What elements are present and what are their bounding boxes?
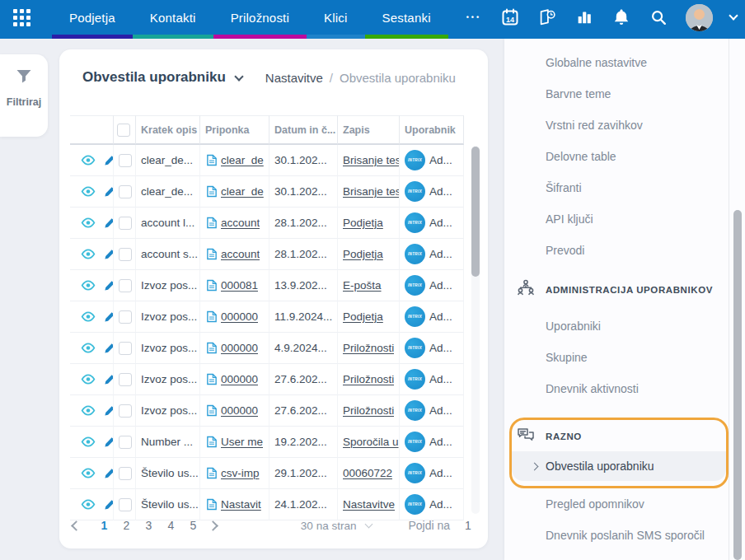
priponka-link[interactable]: 000000 <box>221 342 258 354</box>
row-checkbox[interactable] <box>119 467 132 480</box>
zapis-link[interactable]: Priložnosti <box>343 404 394 417</box>
page-number[interactable]: 4 <box>160 515 182 536</box>
page-number[interactable]: 3 <box>138 515 160 536</box>
table-scrollbar-thumb[interactable] <box>471 147 480 277</box>
search-icon[interactable] <box>649 7 668 27</box>
zapis-link[interactable]: Nastavitve <box>343 498 395 511</box>
zapis-link[interactable]: Brisanje tes <box>343 154 399 166</box>
topnav-item-podjetja[interactable]: Podjetja <box>52 0 133 39</box>
row-checkbox[interactable] <box>119 154 132 167</box>
zapis-link[interactable]: Podjetja <box>343 217 383 229</box>
row-checkbox[interactable] <box>119 404 132 418</box>
edit-pencil-icon[interactable] <box>104 468 114 479</box>
zapis-link[interactable]: 00060722 <box>343 467 392 479</box>
priponka-link[interactable]: csv-imp <box>221 467 260 479</box>
zapis-link[interactable]: Sporočila u <box>343 436 399 448</box>
analytics-chart-icon[interactable] <box>574 7 594 27</box>
row-checkbox[interactable] <box>119 279 132 292</box>
title-chevron-down-icon[interactable] <box>234 72 243 81</box>
edit-pencil-icon[interactable] <box>104 405 114 417</box>
view-eye-icon[interactable] <box>81 280 96 291</box>
sidebar-item-uporabniki[interactable]: Uporabniki <box>504 310 745 342</box>
edit-pencil-icon[interactable] <box>104 186 114 198</box>
zapis-link[interactable]: Priložnosti <box>343 373 394 385</box>
topnav-item-sestanki[interactable]: Sestanki <box>365 0 448 39</box>
edit-pencil-icon[interactable] <box>104 436 114 448</box>
panel-scrollbar-thumb[interactable] <box>733 210 742 560</box>
priponka-link[interactable]: Nastavit <box>221 498 261 511</box>
sidebar-item-delovne-table[interactable]: Delovne table <box>504 141 745 172</box>
edit-pencil-icon[interactable] <box>104 155 114 166</box>
view-eye-icon[interactable] <box>81 436 96 447</box>
activity-journal-icon[interactable] <box>537 7 557 27</box>
sidebar-item-barvne-teme[interactable]: Barvne teme <box>504 78 745 110</box>
row-checkbox[interactable] <box>119 248 132 261</box>
column-header-zapis[interactable]: Zapis <box>338 115 400 145</box>
view-eye-icon[interactable] <box>81 374 96 385</box>
zapis-link[interactable]: Brisanje tes <box>343 185 399 198</box>
edit-pencil-icon[interactable] <box>104 217 114 229</box>
row-checkbox[interactable] <box>119 498 132 511</box>
app-grid-icon[interactable] <box>13 9 30 26</box>
sidebar-item-šifranti[interactable]: Šifranti <box>504 172 745 203</box>
zapis-link[interactable]: Priložnosti <box>343 342 394 354</box>
priponka-link[interactable]: User me <box>221 436 263 448</box>
view-eye-icon[interactable] <box>81 343 96 353</box>
sidebar-item-dnevnik-poslanih-sms-sporočil[interactable]: Dnevnik poslanih SMS sporočil <box>504 520 745 551</box>
edit-pencil-icon[interactable] <box>104 374 114 385</box>
sidebar-item-obvestila-uporabniku[interactable]: Obvestila uporabniku <box>512 451 726 481</box>
edit-pencil-icon[interactable] <box>104 249 114 260</box>
edit-pencil-icon[interactable] <box>104 311 114 323</box>
page-number[interactable]: 5 <box>182 515 204 536</box>
row-checkbox[interactable] <box>119 185 132 198</box>
column-header-datum[interactable]: Datum in č... <box>269 115 338 145</box>
sidebar-item-dnevnik-aktivnosti[interactable]: Dnevnik aktivnosti <box>504 373 745 404</box>
view-eye-icon[interactable] <box>81 249 96 259</box>
sidebar-item-globalne-nastavitve[interactable]: Globalne nastavitve <box>504 47 745 78</box>
view-eye-icon[interactable] <box>81 217 96 228</box>
edit-pencil-icon[interactable] <box>104 343 114 354</box>
row-checkbox[interactable] <box>119 217 132 230</box>
profile-chevron-down-icon[interactable] <box>729 11 738 20</box>
view-eye-icon[interactable] <box>81 499 96 510</box>
priponka-link[interactable]: 000081 <box>221 279 258 292</box>
edit-pencil-icon[interactable] <box>104 499 114 511</box>
priponka-link[interactable]: account <box>221 248 260 260</box>
priponka-link[interactable]: 000000 <box>221 373 258 385</box>
notifications-bell-icon[interactable] <box>611 7 631 27</box>
row-checkbox[interactable] <box>119 373 132 386</box>
row-checkbox[interactable] <box>119 310 132 324</box>
topnav-item-priložnosti[interactable]: Priložnosti <box>213 0 307 39</box>
view-eye-icon[interactable] <box>81 468 96 478</box>
page-number[interactable]: 1 <box>93 515 115 536</box>
zapis-link[interactable]: Podjetja <box>343 310 383 323</box>
page-number[interactable]: 2 <box>115 515 138 536</box>
view-eye-icon[interactable] <box>81 186 96 197</box>
row-checkbox[interactable] <box>119 342 132 355</box>
edit-pencil-icon[interactable] <box>104 280 114 292</box>
user-avatar[interactable] <box>686 4 713 31</box>
zapis-link[interactable]: Podjetja <box>343 248 383 260</box>
column-header-priponka[interactable]: Priponka <box>200 115 269 145</box>
view-eye-icon[interactable] <box>81 405 96 416</box>
prev-page-icon[interactable] <box>71 520 82 531</box>
sidebar-item-prevodi[interactable]: Prevodi <box>504 235 745 266</box>
priponka-link[interactable]: account <box>221 217 260 229</box>
sidebar-item-api-ključi[interactable]: API ključi <box>504 203 745 235</box>
nav-more-button[interactable]: ••• <box>448 0 499 39</box>
calendar-icon[interactable]: 14 <box>500 7 520 27</box>
per-page-select[interactable]: 30 na stran <box>301 520 372 532</box>
priponka-link[interactable]: 000000 <box>221 310 258 323</box>
priponka-link[interactable]: clear_de <box>221 154 264 166</box>
sidebar-item-pregled-opomnikov[interactable]: Pregled opomnikov <box>504 488 745 520</box>
breadcrumb-parent[interactable]: Nastavitve <box>265 71 323 85</box>
filter-tab[interactable]: Filtriraj <box>0 54 48 137</box>
priponka-link[interactable]: 000000 <box>221 404 258 417</box>
view-eye-icon[interactable] <box>81 311 96 322</box>
sidebar-item-skupine[interactable]: Skupine <box>504 342 745 373</box>
topnav-item-klici[interactable]: Klici <box>307 0 365 39</box>
view-eye-icon[interactable] <box>81 155 96 166</box>
next-page-icon[interactable] <box>208 520 218 531</box>
column-header-uporabnik[interactable]: Uporabnik <box>400 115 464 145</box>
select-all-checkbox[interactable] <box>117 124 130 137</box>
